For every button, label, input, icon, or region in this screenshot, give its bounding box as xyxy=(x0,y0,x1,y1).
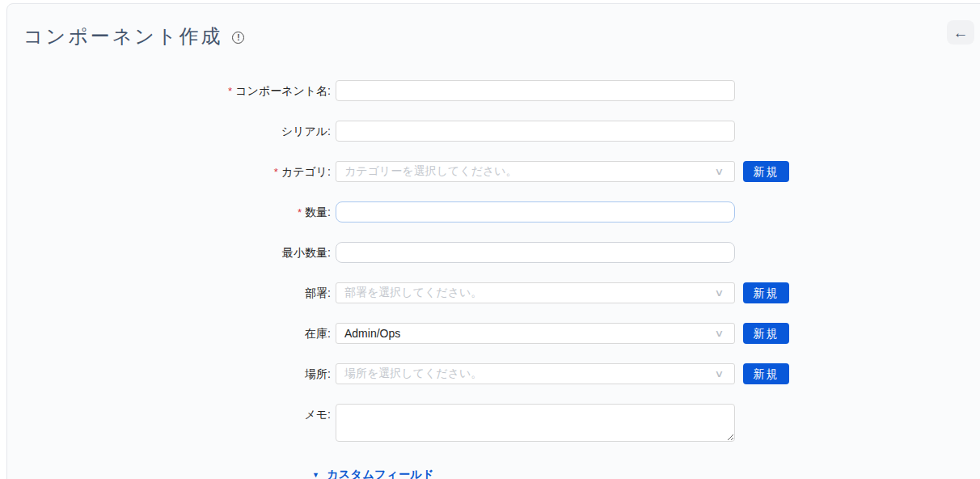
stock-label: 在庫: xyxy=(23,323,331,340)
title-bar: コンポーネント作成 ! xyxy=(23,23,980,49)
page-title: コンポーネント作成 xyxy=(23,23,222,49)
stock-select[interactable]: Admin/Ops ∨ xyxy=(336,323,735,344)
triangle-down-icon: ▼ xyxy=(312,471,319,479)
required-asterisk: * xyxy=(228,85,232,97)
location-new-button[interactable]: 新規 xyxy=(743,363,789,384)
quantity-input[interactable] xyxy=(336,201,735,223)
location-placeholder: 場所を選択してください。 xyxy=(344,367,716,381)
form-row-location: 場所: 場所を選択してください。 ∨ 新規 xyxy=(23,363,980,384)
memo-textarea[interactable] xyxy=(336,404,735,442)
back-button[interactable]: ← xyxy=(947,20,974,45)
stock-selected-value: Admin/Ops xyxy=(344,327,716,340)
serial-label: シリアル: xyxy=(23,121,331,138)
category-select[interactable]: カテゴリーを選択してください。 ∨ xyxy=(336,161,735,182)
custom-fields-toggle[interactable]: ▼ カスタムフィールド xyxy=(312,468,980,479)
info-icon[interactable]: ! xyxy=(232,32,244,44)
component-form: *コンポーネント名: シリアル: *カテゴリ: カテゴリーを選択してください。 … xyxy=(23,80,980,479)
quantity-label: *数量: xyxy=(23,201,331,219)
memo-label: メモ: xyxy=(23,404,331,421)
form-row-stock: 在庫: Admin/Ops ∨ 新規 xyxy=(23,323,980,344)
form-row-category: *カテゴリ: カテゴリーを選択してください。 ∨ 新規 xyxy=(23,161,980,182)
stock-new-button[interactable]: 新規 xyxy=(743,323,789,344)
component-name-input[interactable] xyxy=(336,80,735,101)
form-row-component-name: *コンポーネント名: xyxy=(23,80,980,101)
department-select[interactable]: 部署を選択してください。 ∨ xyxy=(336,282,735,303)
min-quantity-label: 最小数量: xyxy=(23,242,331,259)
create-component-panel: コンポーネント作成 ! ← *コンポーネント名: シリアル: *カテゴリ: カテ… xyxy=(6,3,980,479)
form-row-quantity: *数量: xyxy=(23,201,980,223)
min-quantity-input[interactable] xyxy=(336,242,735,263)
category-placeholder: カテゴリーを選択してください。 xyxy=(344,164,716,179)
department-new-button[interactable]: 新規 xyxy=(743,282,789,303)
chevron-down-icon: ∨ xyxy=(715,166,724,177)
location-label: 場所: xyxy=(23,363,331,380)
required-asterisk: * xyxy=(298,206,302,218)
chevron-down-icon: ∨ xyxy=(715,368,724,379)
department-placeholder: 部署を選択してください。 xyxy=(344,286,716,300)
component-name-label: *コンポーネント名: xyxy=(23,80,331,98)
category-label: *カテゴリ: xyxy=(23,161,331,179)
department-label: 部署: xyxy=(23,282,331,299)
required-asterisk: * xyxy=(274,166,278,178)
serial-input[interactable] xyxy=(336,121,735,142)
form-row-serial: シリアル: xyxy=(23,121,980,142)
category-new-button[interactable]: 新規 xyxy=(743,161,789,182)
chevron-down-icon: ∨ xyxy=(715,287,724,299)
back-arrow-icon: ← xyxy=(953,25,969,40)
form-row-department: 部署: 部署を選択してください。 ∨ 新規 xyxy=(23,282,980,303)
form-row-min-quantity: 最小数量: xyxy=(23,242,980,263)
chevron-down-icon: ∨ xyxy=(715,328,724,339)
custom-fields-label: カスタムフィールド xyxy=(327,468,434,479)
location-select[interactable]: 場所を選択してください。 ∨ xyxy=(336,363,735,384)
form-row-memo: メモ: xyxy=(23,404,980,445)
